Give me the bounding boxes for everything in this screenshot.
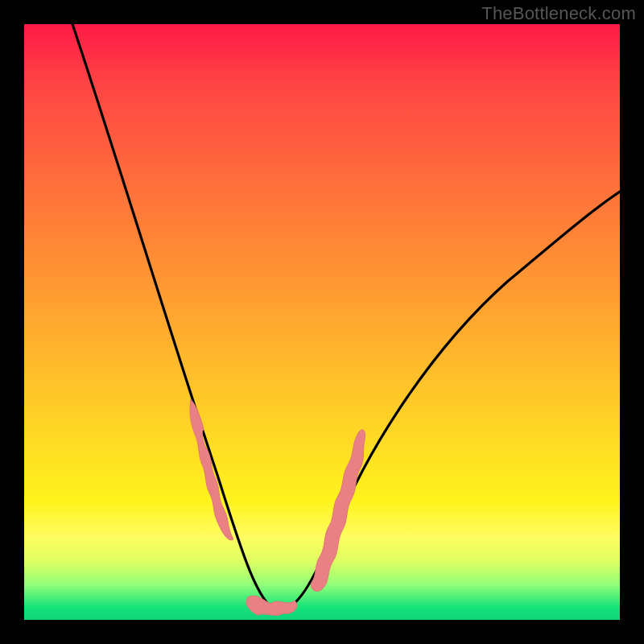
highlight-valley (246, 596, 297, 615)
highlight-right (311, 430, 365, 592)
watermark-label: TheBottleneck.com (481, 3, 636, 24)
highlight-left (190, 399, 233, 540)
chart-plot-area (24, 24, 620, 620)
bottleneck-curve (72, 24, 620, 612)
chart-svg (24, 24, 620, 620)
